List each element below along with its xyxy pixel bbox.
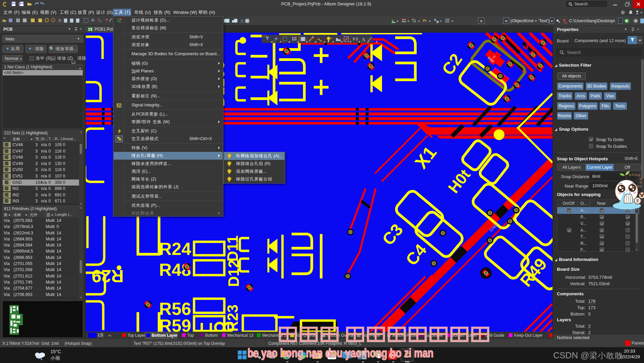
svg-text:R24: R24: [159, 239, 191, 259]
svg-text:A: A: [362, 37, 366, 42]
svg-text:R29: R29: [92, 266, 124, 286]
svg-text:D11: D11: [224, 235, 241, 262]
svg-text:A: A: [240, 18, 244, 24]
svg-text:R59: R59: [159, 316, 191, 332]
